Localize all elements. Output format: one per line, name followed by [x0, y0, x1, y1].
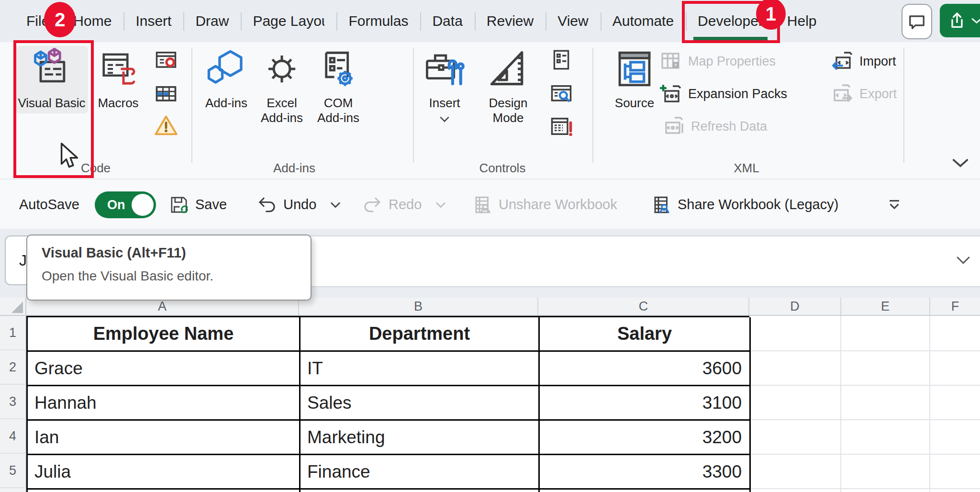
view-code-icon — [549, 82, 574, 107]
cell-b4[interactable]: Marketing — [301, 421, 540, 455]
cell-b5[interactable]: Finance — [301, 455, 540, 490]
tab-automate[interactable]: Automate — [601, 0, 686, 42]
unshare-workbook-button: Unshare Workbook — [473, 179, 617, 230]
redo-dropdown-chevron — [434, 201, 447, 209]
save-button[interactable]: Save — [168, 179, 227, 230]
row-header-2[interactable]: 2 — [0, 350, 26, 385]
macros-icon — [97, 46, 139, 92]
column-header-d[interactable]: D — [749, 298, 841, 315]
tab-home[interactable]: Home 2 — [61, 0, 123, 42]
cell-c3[interactable]: 3100 — [540, 386, 751, 421]
refresh-data-button: Refresh Data — [662, 115, 767, 138]
column-header-f[interactable]: F — [930, 298, 980, 315]
row-header-3[interactable]: 3 — [0, 385, 26, 419]
table-header-cell[interactable]: Salary — [540, 317, 751, 352]
record-macro-icon — [154, 48, 178, 73]
column-header-e[interactable]: E — [841, 298, 930, 315]
run-dialog-button[interactable] — [548, 114, 574, 140]
cell-a2[interactable]: Grace — [28, 352, 301, 386]
chevron-down-icon[interactable] — [438, 115, 451, 123]
com-add-ins-button[interactable]: COM Add-ins — [311, 46, 366, 125]
undo-dropdown-chevron[interactable] — [329, 201, 342, 209]
tooltip-title: Visual Basic (Alt+F11) — [42, 245, 296, 261]
macro-security-button[interactable] — [153, 113, 179, 139]
properties-button[interactable] — [548, 47, 574, 73]
collapse-ribbon-chevron[interactable] — [950, 157, 970, 168]
gridline — [749, 350, 980, 351]
tab-page-layout[interactable]: Page Layout — [241, 0, 336, 42]
gridline — [749, 488, 980, 489]
comment-icon — [908, 12, 926, 31]
toggle-knob — [132, 194, 154, 216]
record-macro-button[interactable] — [153, 48, 179, 74]
tab-formulas[interactable]: Formulas — [336, 0, 420, 42]
cell-b2[interactable]: IT — [301, 352, 540, 386]
select-all-corner[interactable] — [0, 298, 26, 315]
table-header-cell[interactable]: Department — [301, 317, 540, 352]
share-icon — [947, 11, 967, 30]
cell-a5[interactable]: Julia — [28, 455, 301, 490]
share-workbook-legacy-button[interactable]: Share Workbook (Legacy) — [652, 179, 838, 230]
comments-button[interactable] — [902, 4, 932, 39]
design-mode-button[interactable]: Design Mode — [474, 46, 543, 125]
share-workbook-legacy-icon — [652, 195, 672, 215]
ribbon-tab-bar: File Home 2 Insert Draw Page Layout Form… — [0, 0, 980, 42]
row-header-1[interactable]: 1 — [0, 316, 26, 350]
macros-button[interactable]: Macros — [90, 46, 146, 111]
undo-button[interactable]: Undo — [256, 179, 342, 230]
row-header-5[interactable]: 5 — [0, 454, 26, 488]
relative-references-button[interactable] — [153, 81, 179, 107]
properties-icon — [549, 48, 573, 72]
row-header-6-partial[interactable] — [0, 488, 26, 492]
autosave-toggle[interactable]: On — [95, 191, 156, 218]
cell-c2[interactable]: 3600 — [540, 352, 751, 386]
unshare-workbook-icon — [473, 195, 493, 215]
qat-overflow-button[interactable] — [886, 179, 902, 230]
run-dialog-icon — [549, 114, 574, 139]
expansion-packs-button[interactable]: Expansion Packs — [659, 82, 787, 105]
add-ins-icon — [205, 46, 248, 92]
tab-insert[interactable]: Insert — [123, 0, 183, 42]
import-icon — [831, 50, 854, 73]
column-header-c[interactable]: C — [538, 298, 749, 315]
cell-c4[interactable]: 3200 — [540, 421, 751, 455]
cell-a6-partial[interactable] — [28, 490, 301, 492]
tab-data[interactable]: Data — [420, 0, 474, 42]
group-divider — [413, 48, 414, 163]
gridline — [929, 316, 930, 492]
group-divider — [191, 48, 192, 163]
cell-a4[interactable]: Ian — [28, 421, 301, 455]
row-header-4[interactable]: 4 — [0, 419, 26, 454]
insert-controls-button[interactable]: Insert — [420, 46, 469, 123]
cell-c6-partial[interactable] — [540, 490, 751, 492]
autosave-label: AutoSave — [19, 179, 79, 230]
column-header-b[interactable]: B — [299, 298, 538, 315]
worksheet-grid: A B C D E F 1 2 3 4 5 Employee Name Depa… — [0, 298, 980, 492]
share-button[interactable] — [940, 4, 980, 37]
xml-group-label: XML — [708, 161, 785, 176]
view-code-button[interactable] — [548, 81, 574, 107]
cell-b3[interactable]: Sales — [301, 386, 540, 421]
excel-add-ins-button[interactable]: Excel Add-ins — [255, 46, 309, 125]
annotation-badge-1: 1 — [756, 0, 786, 30]
tab-view[interactable]: View — [546, 0, 600, 42]
cell-b6-partial[interactable] — [301, 490, 540, 492]
table-header-cell[interactable]: Employee Name — [28, 317, 301, 352]
source-button[interactable]: Source — [612, 46, 657, 111]
save-icon — [168, 194, 189, 215]
cell-c5[interactable]: 3300 — [540, 455, 751, 490]
insert-controls-icon — [423, 46, 466, 92]
redo-button: Redo — [362, 179, 447, 230]
add-ins-button[interactable]: Add-ins — [200, 46, 253, 111]
visual-basic-tooltip: Visual Basic (Alt+F11) Open the Visual B… — [26, 235, 312, 301]
formula-bar-expand-chevron[interactable] — [955, 256, 971, 265]
tab-review[interactable]: Review — [475, 0, 546, 42]
cell-a3[interactable]: Hannah — [28, 386, 301, 421]
tooltip-description: Open the Visual Basic editor. — [42, 268, 296, 284]
tab-help[interactable]: Help 1 — [775, 0, 829, 42]
excel-add-ins-icon — [260, 46, 303, 92]
import-button[interactable]: Import — [831, 50, 896, 73]
map-properties-icon — [659, 50, 682, 73]
tab-draw[interactable]: Draw — [183, 0, 241, 42]
expansion-packs-icon — [659, 82, 682, 105]
